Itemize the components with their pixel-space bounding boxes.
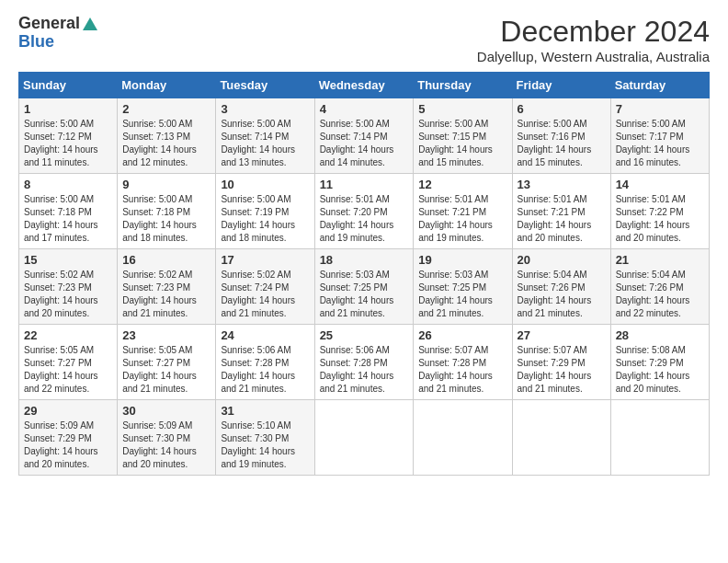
- day-info: Sunrise: 5:06 AMSunset: 7:28 PMDaylight:…: [221, 345, 295, 394]
- day-info: Sunrise: 5:02 AMSunset: 7:24 PMDaylight:…: [221, 270, 295, 318]
- day-info: Sunrise: 5:04 AMSunset: 7:26 PMDaylight:…: [518, 270, 592, 318]
- logo-general: General: [18, 15, 80, 33]
- day-info: Sunrise: 5:01 AMSunset: 7:21 PMDaylight:…: [518, 194, 592, 243]
- day-cell: [512, 400, 610, 476]
- day-cell: 1 Sunrise: 5:00 AMSunset: 7:12 PMDayligh…: [19, 98, 118, 174]
- header-cell-tuesday: Tuesday: [216, 73, 314, 98]
- day-number: 3: [221, 102, 309, 116]
- day-number: 18: [320, 253, 409, 267]
- week-row-1: 1 Sunrise: 5:00 AMSunset: 7:12 PMDayligh…: [19, 98, 710, 174]
- day-number: 20: [518, 253, 606, 267]
- day-number: 29: [24, 404, 112, 418]
- day-cell: 25 Sunrise: 5:06 AMSunset: 7:28 PMDaylig…: [314, 325, 414, 400]
- day-number: 28: [616, 328, 704, 342]
- day-number: 17: [221, 253, 309, 267]
- day-number: 31: [221, 404, 309, 418]
- day-info: Sunrise: 5:03 AMSunset: 7:25 PMDaylight:…: [320, 270, 394, 318]
- day-info: Sunrise: 5:00 AMSunset: 7:18 PMDaylight:…: [122, 194, 197, 243]
- week-row-4: 22 Sunrise: 5:05 AMSunset: 7:27 PMDaylig…: [19, 325, 710, 400]
- calendar-body: 1 Sunrise: 5:00 AMSunset: 7:12 PMDayligh…: [19, 98, 710, 476]
- header-cell-thursday: Thursday: [414, 73, 512, 98]
- day-cell: 23 Sunrise: 5:05 AMSunset: 7:27 PMDaylig…: [118, 325, 216, 400]
- day-number: 12: [418, 178, 506, 191]
- day-cell: 28 Sunrise: 5:08 AMSunset: 7:29 PMDaylig…: [610, 325, 709, 400]
- location: Dalyellup, Western Australia, Australia: [477, 49, 710, 64]
- day-info: Sunrise: 5:01 AMSunset: 7:22 PMDaylight:…: [616, 194, 690, 243]
- day-cell: 15 Sunrise: 5:02 AMSunset: 7:23 PMDaylig…: [19, 249, 118, 325]
- day-info: Sunrise: 5:00 AMSunset: 7:14 PMDaylight:…: [320, 119, 394, 167]
- day-cell: 12 Sunrise: 5:01 AMSunset: 7:21 PMDaylig…: [414, 174, 512, 249]
- day-info: Sunrise: 5:06 AMSunset: 7:28 PMDaylight:…: [320, 345, 394, 394]
- day-cell: [414, 400, 512, 476]
- day-cell: 4 Sunrise: 5:00 AMSunset: 7:14 PMDayligh…: [314, 98, 414, 174]
- header-cell-sunday: Sunday: [19, 73, 118, 98]
- day-number: 16: [122, 253, 210, 267]
- day-cell: 5 Sunrise: 5:00 AMSunset: 7:15 PMDayligh…: [414, 98, 512, 174]
- day-cell: 6 Sunrise: 5:00 AMSunset: 7:16 PMDayligh…: [512, 98, 610, 174]
- day-info: Sunrise: 5:03 AMSunset: 7:25 PMDaylight:…: [418, 270, 493, 318]
- day-number: 7: [616, 102, 704, 116]
- week-row-2: 8 Sunrise: 5:00 AMSunset: 7:18 PMDayligh…: [19, 174, 710, 249]
- day-number: 2: [122, 102, 210, 116]
- header-cell-monday: Monday: [118, 73, 216, 98]
- day-cell: 21 Sunrise: 5:04 AMSunset: 7:26 PMDaylig…: [610, 249, 709, 325]
- day-cell: 30 Sunrise: 5:09 AMSunset: 7:30 PMDaylig…: [118, 400, 216, 476]
- day-cell: 18 Sunrise: 5:03 AMSunset: 7:25 PMDaylig…: [314, 249, 414, 325]
- day-cell: 22 Sunrise: 5:05 AMSunset: 7:27 PMDaylig…: [19, 325, 118, 400]
- day-cell: [314, 400, 414, 476]
- day-info: Sunrise: 5:05 AMSunset: 7:27 PMDaylight:…: [122, 345, 197, 394]
- day-number: 21: [616, 253, 704, 267]
- day-number: 25: [320, 328, 409, 342]
- day-info: Sunrise: 5:01 AMSunset: 7:20 PMDaylight:…: [320, 194, 394, 243]
- day-number: 8: [24, 178, 112, 191]
- day-info: Sunrise: 5:00 AMSunset: 7:13 PMDaylight:…: [122, 119, 197, 167]
- day-number: 23: [122, 328, 210, 342]
- day-cell: 20 Sunrise: 5:04 AMSunset: 7:26 PMDaylig…: [512, 249, 610, 325]
- header-cell-friday: Friday: [512, 73, 610, 98]
- month-title: December 2024: [477, 15, 710, 49]
- day-info: Sunrise: 5:04 AMSunset: 7:26 PMDaylight:…: [616, 270, 690, 318]
- day-info: Sunrise: 5:00 AMSunset: 7:18 PMDaylight:…: [24, 194, 98, 243]
- day-number: 9: [122, 178, 210, 191]
- day-info: Sunrise: 5:00 AMSunset: 7:12 PMDaylight:…: [24, 119, 98, 167]
- day-cell: 14 Sunrise: 5:01 AMSunset: 7:22 PMDaylig…: [610, 174, 709, 249]
- day-number: 13: [518, 178, 606, 191]
- day-cell: 16 Sunrise: 5:02 AMSunset: 7:23 PMDaylig…: [118, 249, 216, 325]
- day-cell: 17 Sunrise: 5:02 AMSunset: 7:24 PMDaylig…: [216, 249, 314, 325]
- day-cell: 2 Sunrise: 5:00 AMSunset: 7:13 PMDayligh…: [118, 98, 216, 174]
- day-info: Sunrise: 5:07 AMSunset: 7:28 PMDaylight:…: [418, 345, 493, 394]
- day-cell: 13 Sunrise: 5:01 AMSunset: 7:21 PMDaylig…: [512, 174, 610, 249]
- day-cell: 11 Sunrise: 5:01 AMSunset: 7:20 PMDaylig…: [314, 174, 414, 249]
- day-info: Sunrise: 5:07 AMSunset: 7:29 PMDaylight:…: [518, 345, 592, 394]
- logo-blue: Blue: [18, 33, 54, 52]
- day-number: 24: [221, 328, 309, 342]
- day-info: Sunrise: 5:00 AMSunset: 7:16 PMDaylight:…: [518, 119, 592, 167]
- day-info: Sunrise: 5:02 AMSunset: 7:23 PMDaylight:…: [24, 270, 98, 318]
- day-info: Sunrise: 5:08 AMSunset: 7:29 PMDaylight:…: [616, 345, 690, 394]
- day-cell: 7 Sunrise: 5:00 AMSunset: 7:17 PMDayligh…: [610, 98, 709, 174]
- header-cell-saturday: Saturday: [610, 73, 709, 98]
- day-info: Sunrise: 5:10 AMSunset: 7:30 PMDaylight:…: [221, 420, 295, 469]
- day-cell: 27 Sunrise: 5:07 AMSunset: 7:29 PMDaylig…: [512, 325, 610, 400]
- day-info: Sunrise: 5:00 AMSunset: 7:19 PMDaylight:…: [221, 194, 295, 243]
- day-info: Sunrise: 5:09 AMSunset: 7:29 PMDaylight:…: [24, 420, 98, 469]
- day-number: 10: [221, 178, 309, 191]
- day-cell: 19 Sunrise: 5:03 AMSunset: 7:25 PMDaylig…: [414, 249, 512, 325]
- header-cell-wednesday: Wednesday: [314, 73, 414, 98]
- week-row-5: 29 Sunrise: 5:09 AMSunset: 7:29 PMDaylig…: [19, 400, 710, 476]
- day-number: 4: [320, 102, 409, 116]
- day-number: 19: [418, 253, 506, 267]
- logo: General Blue: [18, 15, 98, 52]
- day-info: Sunrise: 5:00 AMSunset: 7:17 PMDaylight:…: [616, 119, 690, 167]
- day-number: 15: [24, 253, 112, 267]
- day-cell: 9 Sunrise: 5:00 AMSunset: 7:18 PMDayligh…: [118, 174, 216, 249]
- day-info: Sunrise: 5:00 AMSunset: 7:14 PMDaylight:…: [221, 119, 295, 167]
- day-info: Sunrise: 5:02 AMSunset: 7:23 PMDaylight:…: [122, 270, 197, 318]
- day-info: Sunrise: 5:01 AMSunset: 7:21 PMDaylight:…: [418, 194, 493, 243]
- day-cell: 24 Sunrise: 5:06 AMSunset: 7:28 PMDaylig…: [216, 325, 314, 400]
- day-number: 22: [24, 328, 112, 342]
- day-info: Sunrise: 5:09 AMSunset: 7:30 PMDaylight:…: [122, 420, 197, 469]
- day-info: Sunrise: 5:05 AMSunset: 7:27 PMDaylight:…: [24, 345, 98, 394]
- day-number: 14: [616, 178, 704, 191]
- calendar-header: SundayMondayTuesdayWednesdayThursdayFrid…: [19, 73, 710, 98]
